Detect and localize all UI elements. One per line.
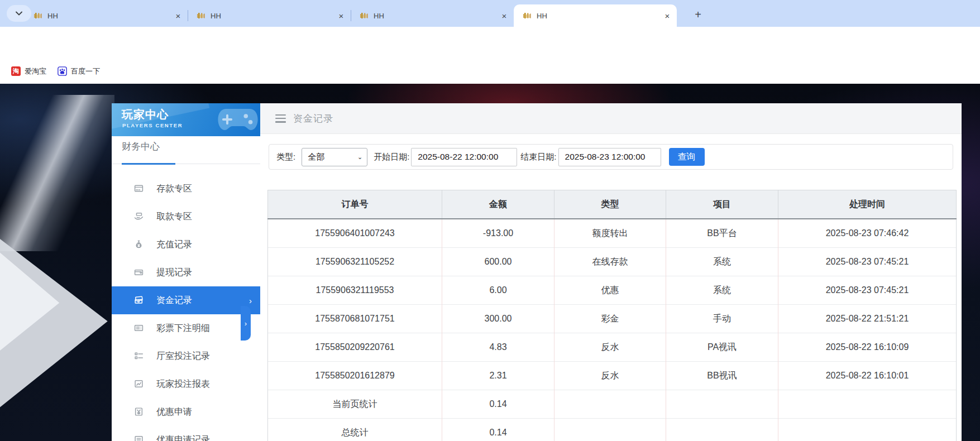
sidebar-item-label: 充值记录 bbox=[156, 239, 192, 251]
table-cell: 2.31 bbox=[442, 362, 554, 390]
tab-strip: HH×HH×HH×HH× + bbox=[0, 0, 980, 27]
table-cell: 2025-08-22 16:10:01 bbox=[778, 362, 957, 390]
table-cell bbox=[666, 390, 778, 419]
deposit-card-icon bbox=[134, 184, 144, 194]
table-row: 1755906321105252600.00在线存款系统2025-08-23 0… bbox=[268, 248, 957, 276]
sidebar-item-deposit-card[interactable]: 存款专区 bbox=[112, 175, 260, 203]
players-center-subtitle: PLAYERS CENTER bbox=[122, 122, 183, 128]
lottery-list-icon bbox=[134, 323, 144, 333]
column-header: 订单号 bbox=[268, 190, 442, 219]
promo-record-icon bbox=[134, 435, 144, 441]
browser-tab[interactable]: HH× bbox=[188, 4, 351, 27]
bookmark-label: 百度一下 bbox=[71, 66, 100, 76]
table-cell: 总统计 bbox=[268, 419, 442, 441]
sidebar-header: 玩家中心 PLAYERS CENTER bbox=[112, 103, 260, 136]
site-favicon-icon bbox=[34, 11, 42, 20]
sidebar: 玩家中心 PLAYERS CENTER 财务中心 存款专区取款专区充值记录提现记… bbox=[112, 103, 260, 441]
recharge-bag-icon bbox=[134, 239, 144, 250]
end-date-label: 结束日期: bbox=[520, 152, 556, 162]
table-cell bbox=[778, 419, 957, 441]
bookmark-label: 爱淘宝 bbox=[25, 66, 46, 76]
sidebar-item-promo-record[interactable]: 优惠申请记录 bbox=[112, 426, 260, 441]
taobao-icon: 淘 bbox=[11, 66, 21, 76]
sidebar-item-label: 取款专区 bbox=[156, 211, 192, 223]
players-center-title: 玩家中心 bbox=[122, 107, 169, 122]
table-cell: 0.14 bbox=[442, 390, 554, 419]
table-cell: PA视讯 bbox=[666, 333, 778, 362]
table-cell: 2025-08-23 07:46:42 bbox=[778, 219, 957, 248]
funds-table-header: 订单号金额类型项目处理时间 bbox=[268, 190, 957, 219]
tab-close-icon[interactable]: × bbox=[499, 11, 509, 21]
table-cell: 600.00 bbox=[442, 248, 554, 276]
table-row: 17558502092207614.83反水PA视讯2025-08-22 16:… bbox=[268, 333, 957, 362]
site-favicon-icon bbox=[197, 11, 205, 20]
table-cell: 1755850201612879 bbox=[268, 362, 442, 390]
table-cell: 2025-08-22 16:10:09 bbox=[778, 333, 957, 362]
table-cell: 1755906321119553 bbox=[268, 276, 442, 305]
table-cell bbox=[666, 419, 778, 441]
finance-center-section-title: 财务中心 bbox=[122, 140, 160, 153]
sidebar-item-withdraw-hand[interactable]: 取款专区 bbox=[112, 203, 260, 231]
summary-row: 当前页统计0.14 bbox=[268, 390, 957, 419]
start-date-input[interactable] bbox=[411, 148, 517, 166]
browser-tab[interactable]: HH× bbox=[25, 4, 188, 27]
main-panel: 资金记录 类型: 全部 ⌄ 开始日期: 结束日期: 查询 订单号金额类型项目处理… bbox=[260, 103, 962, 441]
bookmarks-bar: 淘爱淘宝百度一下 bbox=[0, 59, 980, 84]
funds-notes-icon bbox=[134, 295, 144, 305]
tab-close-icon[interactable]: × bbox=[336, 11, 346, 21]
sidebar-item-label: 优惠申请 bbox=[156, 406, 192, 418]
table-cell: 彩金 bbox=[554, 305, 666, 333]
table-cell: 6.00 bbox=[442, 276, 554, 305]
end-date-input[interactable] bbox=[558, 148, 661, 166]
sidebar-item-label: 提现记录 bbox=[156, 267, 192, 279]
sidebar-item-label: 存款专区 bbox=[156, 183, 192, 195]
chevron-down-icon: ⌄ bbox=[357, 154, 362, 161]
sidebar-item-funds-notes[interactable]: 资金记录› bbox=[112, 286, 260, 314]
type-select[interactable]: 全部 ⌄ bbox=[302, 148, 367, 166]
browser-tab[interactable]: HH× bbox=[514, 4, 677, 27]
hall-bets-icon bbox=[134, 351, 144, 361]
site-favicon-icon bbox=[523, 11, 532, 20]
sidebar-item-player-report[interactable]: 玩家投注报表 bbox=[112, 370, 260, 398]
sidebar-item-promo-apply[interactable]: 优惠申请 bbox=[112, 398, 260, 426]
sidebar-item-lottery-list[interactable]: 彩票下注明细 bbox=[112, 314, 260, 342]
table-cell: 1755870681071751 bbox=[268, 305, 442, 333]
sidebar-item-cashout-wallet[interactable]: 提现记录 bbox=[112, 258, 260, 286]
browser-toolbar: mgm1065.com/hhcp/usercenter.html?iniType… bbox=[0, 27, 980, 59]
promo-apply-icon bbox=[134, 407, 144, 417]
browser-tab[interactable]: HH× bbox=[351, 4, 514, 27]
column-header: 项目 bbox=[666, 190, 778, 219]
table-cell: 1755850209220761 bbox=[268, 333, 442, 362]
bookmark-item[interactable]: 淘爱淘宝 bbox=[11, 66, 46, 76]
table-cell: 0.14 bbox=[442, 419, 554, 441]
table-cell: 4.83 bbox=[442, 333, 554, 362]
tab-close-icon[interactable]: × bbox=[173, 11, 183, 21]
collapse-handle[interactable]: › bbox=[241, 306, 251, 341]
new-tab-button[interactable]: + bbox=[690, 7, 706, 22]
summary-row: 总统计0.14 bbox=[268, 419, 957, 441]
player-report-icon bbox=[134, 379, 144, 389]
sidebar-item-hall-bets[interactable]: 厅室投注记录 bbox=[112, 342, 260, 370]
background-streak bbox=[0, 95, 114, 251]
table-cell: BB视讯 bbox=[666, 362, 778, 390]
tab-title: HH bbox=[211, 12, 336, 20]
bookmark-item[interactable]: 百度一下 bbox=[58, 66, 100, 76]
filter-bar: 类型: 全部 ⌄ 开始日期: 结束日期: 查询 bbox=[269, 144, 953, 170]
table-cell: BB平台 bbox=[666, 219, 778, 248]
site-favicon-icon bbox=[360, 11, 369, 20]
sidebar-item-recharge-bag[interactable]: 充值记录 bbox=[112, 231, 260, 258]
hamburger-icon[interactable] bbox=[275, 114, 286, 123]
sidebar-menu: 存款专区取款专区充值记录提现记录资金记录›彩票下注明细厅室投注记录玩家投注报表优… bbox=[112, 175, 260, 441]
table-cell: 2025-08-22 21:51:21 bbox=[778, 305, 957, 333]
start-date-label: 开始日期: bbox=[374, 152, 409, 162]
page-header: 资金记录 bbox=[260, 103, 962, 134]
section-divider bbox=[112, 164, 260, 164]
sidebar-item-label: 资金记录 bbox=[156, 295, 192, 306]
search-button[interactable]: 查询 bbox=[669, 148, 705, 166]
tab-title: HH bbox=[537, 12, 662, 20]
tab-close-icon[interactable]: × bbox=[662, 11, 672, 21]
withdraw-hand-icon bbox=[134, 212, 144, 222]
page-title: 资金记录 bbox=[293, 112, 333, 125]
cashout-wallet-icon bbox=[134, 267, 144, 277]
header-row: 订单号金额类型项目处理时间 bbox=[268, 190, 957, 219]
